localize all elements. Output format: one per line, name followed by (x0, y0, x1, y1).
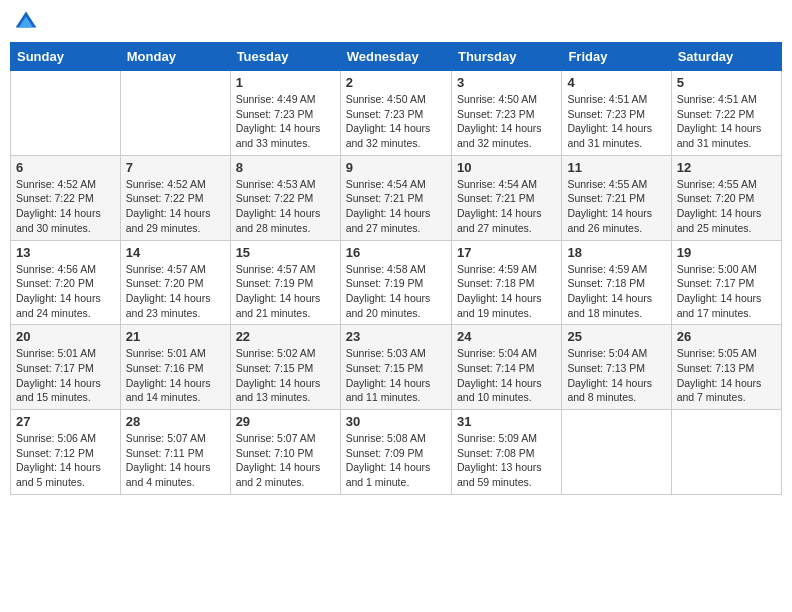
day-number: 12 (677, 160, 776, 175)
day-info: Sunrise: 5:00 AM Sunset: 7:17 PM Dayligh… (677, 262, 776, 321)
day-info: Sunrise: 4:51 AM Sunset: 7:22 PM Dayligh… (677, 92, 776, 151)
calendar-cell: 18Sunrise: 4:59 AM Sunset: 7:18 PM Dayli… (562, 240, 671, 325)
calendar-cell: 3Sunrise: 4:50 AM Sunset: 7:23 PM Daylig… (451, 71, 561, 156)
calendar-cell: 6Sunrise: 4:52 AM Sunset: 7:22 PM Daylig… (11, 155, 121, 240)
day-info: Sunrise: 4:54 AM Sunset: 7:21 PM Dayligh… (346, 177, 446, 236)
day-number: 4 (567, 75, 665, 90)
calendar-cell: 31Sunrise: 5:09 AM Sunset: 7:08 PM Dayli… (451, 410, 561, 495)
calendar-cell: 10Sunrise: 4:54 AM Sunset: 7:21 PM Dayli… (451, 155, 561, 240)
calendar-cell: 5Sunrise: 4:51 AM Sunset: 7:22 PM Daylig… (671, 71, 781, 156)
day-info: Sunrise: 5:05 AM Sunset: 7:13 PM Dayligh… (677, 346, 776, 405)
day-number: 24 (457, 329, 556, 344)
day-number: 10 (457, 160, 556, 175)
calendar-cell: 12Sunrise: 4:55 AM Sunset: 7:20 PM Dayli… (671, 155, 781, 240)
day-header-friday: Friday (562, 43, 671, 71)
day-info: Sunrise: 4:50 AM Sunset: 7:23 PM Dayligh… (457, 92, 556, 151)
day-number: 16 (346, 245, 446, 260)
day-info: Sunrise: 5:03 AM Sunset: 7:15 PM Dayligh… (346, 346, 446, 405)
calendar-cell: 7Sunrise: 4:52 AM Sunset: 7:22 PM Daylig… (120, 155, 230, 240)
day-number: 19 (677, 245, 776, 260)
calendar-cell: 8Sunrise: 4:53 AM Sunset: 7:22 PM Daylig… (230, 155, 340, 240)
day-number: 15 (236, 245, 335, 260)
day-number: 1 (236, 75, 335, 90)
day-info: Sunrise: 5:07 AM Sunset: 7:10 PM Dayligh… (236, 431, 335, 490)
calendar-cell: 25Sunrise: 5:04 AM Sunset: 7:13 PM Dayli… (562, 325, 671, 410)
page-header (10, 10, 782, 34)
day-info: Sunrise: 4:52 AM Sunset: 7:22 PM Dayligh… (126, 177, 225, 236)
calendar-cell: 22Sunrise: 5:02 AM Sunset: 7:15 PM Dayli… (230, 325, 340, 410)
day-info: Sunrise: 5:01 AM Sunset: 7:17 PM Dayligh… (16, 346, 115, 405)
calendar-cell: 13Sunrise: 4:56 AM Sunset: 7:20 PM Dayli… (11, 240, 121, 325)
calendar-cell: 4Sunrise: 4:51 AM Sunset: 7:23 PM Daylig… (562, 71, 671, 156)
calendar-cell (671, 410, 781, 495)
calendar-cell: 11Sunrise: 4:55 AM Sunset: 7:21 PM Dayli… (562, 155, 671, 240)
day-info: Sunrise: 4:51 AM Sunset: 7:23 PM Dayligh… (567, 92, 665, 151)
day-info: Sunrise: 4:54 AM Sunset: 7:21 PM Dayligh… (457, 177, 556, 236)
day-number: 31 (457, 414, 556, 429)
day-number: 3 (457, 75, 556, 90)
calendar-cell: 24Sunrise: 5:04 AM Sunset: 7:14 PM Dayli… (451, 325, 561, 410)
day-number: 13 (16, 245, 115, 260)
day-info: Sunrise: 5:06 AM Sunset: 7:12 PM Dayligh… (16, 431, 115, 490)
day-info: Sunrise: 4:49 AM Sunset: 7:23 PM Dayligh… (236, 92, 335, 151)
day-number: 2 (346, 75, 446, 90)
day-info: Sunrise: 4:55 AM Sunset: 7:20 PM Dayligh… (677, 177, 776, 236)
calendar-cell: 20Sunrise: 5:01 AM Sunset: 7:17 PM Dayli… (11, 325, 121, 410)
calendar-cell: 17Sunrise: 4:59 AM Sunset: 7:18 PM Dayli… (451, 240, 561, 325)
day-header-tuesday: Tuesday (230, 43, 340, 71)
calendar-cell: 16Sunrise: 4:58 AM Sunset: 7:19 PM Dayli… (340, 240, 451, 325)
calendar-cell: 14Sunrise: 4:57 AM Sunset: 7:20 PM Dayli… (120, 240, 230, 325)
calendar-cell: 27Sunrise: 5:06 AM Sunset: 7:12 PM Dayli… (11, 410, 121, 495)
calendar-cell: 21Sunrise: 5:01 AM Sunset: 7:16 PM Dayli… (120, 325, 230, 410)
calendar-cell: 9Sunrise: 4:54 AM Sunset: 7:21 PM Daylig… (340, 155, 451, 240)
day-header-thursday: Thursday (451, 43, 561, 71)
day-number: 27 (16, 414, 115, 429)
calendar-cell: 26Sunrise: 5:05 AM Sunset: 7:13 PM Dayli… (671, 325, 781, 410)
day-number: 8 (236, 160, 335, 175)
day-number: 11 (567, 160, 665, 175)
day-number: 20 (16, 329, 115, 344)
day-number: 6 (16, 160, 115, 175)
calendar-cell (562, 410, 671, 495)
calendar-cell (120, 71, 230, 156)
day-header-monday: Monday (120, 43, 230, 71)
day-info: Sunrise: 4:59 AM Sunset: 7:18 PM Dayligh… (457, 262, 556, 321)
logo-icon (14, 10, 38, 34)
day-info: Sunrise: 5:08 AM Sunset: 7:09 PM Dayligh… (346, 431, 446, 490)
day-number: 29 (236, 414, 335, 429)
day-info: Sunrise: 4:53 AM Sunset: 7:22 PM Dayligh… (236, 177, 335, 236)
day-info: Sunrise: 4:59 AM Sunset: 7:18 PM Dayligh… (567, 262, 665, 321)
calendar-cell: 23Sunrise: 5:03 AM Sunset: 7:15 PM Dayli… (340, 325, 451, 410)
day-number: 5 (677, 75, 776, 90)
calendar-cell: 2Sunrise: 4:50 AM Sunset: 7:23 PM Daylig… (340, 71, 451, 156)
day-header-sunday: Sunday (11, 43, 121, 71)
day-info: Sunrise: 5:09 AM Sunset: 7:08 PM Dayligh… (457, 431, 556, 490)
day-number: 28 (126, 414, 225, 429)
day-number: 17 (457, 245, 556, 260)
day-info: Sunrise: 4:57 AM Sunset: 7:19 PM Dayligh… (236, 262, 335, 321)
day-number: 9 (346, 160, 446, 175)
day-info: Sunrise: 4:52 AM Sunset: 7:22 PM Dayligh… (16, 177, 115, 236)
calendar-cell (11, 71, 121, 156)
day-number: 18 (567, 245, 665, 260)
calendar-cell: 28Sunrise: 5:07 AM Sunset: 7:11 PM Dayli… (120, 410, 230, 495)
day-header-saturday: Saturday (671, 43, 781, 71)
day-info: Sunrise: 5:02 AM Sunset: 7:15 PM Dayligh… (236, 346, 335, 405)
day-info: Sunrise: 4:55 AM Sunset: 7:21 PM Dayligh… (567, 177, 665, 236)
calendar-cell: 19Sunrise: 5:00 AM Sunset: 7:17 PM Dayli… (671, 240, 781, 325)
day-number: 25 (567, 329, 665, 344)
day-number: 30 (346, 414, 446, 429)
day-number: 23 (346, 329, 446, 344)
day-number: 22 (236, 329, 335, 344)
day-info: Sunrise: 4:50 AM Sunset: 7:23 PM Dayligh… (346, 92, 446, 151)
day-number: 14 (126, 245, 225, 260)
day-info: Sunrise: 5:01 AM Sunset: 7:16 PM Dayligh… (126, 346, 225, 405)
logo (14, 10, 42, 34)
calendar-table: SundayMondayTuesdayWednesdayThursdayFrid… (10, 42, 782, 495)
calendar-cell: 30Sunrise: 5:08 AM Sunset: 7:09 PM Dayli… (340, 410, 451, 495)
day-info: Sunrise: 5:07 AM Sunset: 7:11 PM Dayligh… (126, 431, 225, 490)
day-info: Sunrise: 5:04 AM Sunset: 7:13 PM Dayligh… (567, 346, 665, 405)
day-info: Sunrise: 4:56 AM Sunset: 7:20 PM Dayligh… (16, 262, 115, 321)
day-info: Sunrise: 5:04 AM Sunset: 7:14 PM Dayligh… (457, 346, 556, 405)
calendar-cell: 29Sunrise: 5:07 AM Sunset: 7:10 PM Dayli… (230, 410, 340, 495)
